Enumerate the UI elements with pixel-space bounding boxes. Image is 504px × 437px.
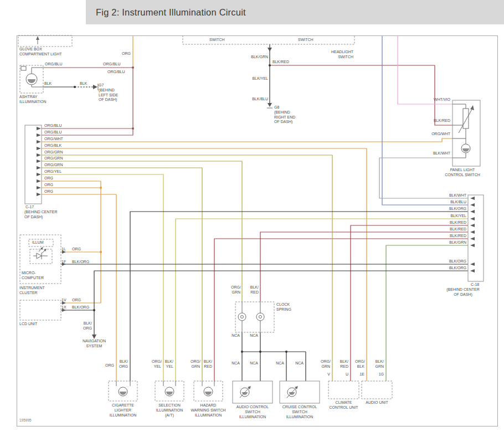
blk-blu-wire <box>382 36 468 205</box>
cigarette-outline <box>109 381 137 401</box>
c17-id-label: C-17 <box>25 205 34 210</box>
navigation-system-label: NAVIGATION SYSTEM <box>79 339 110 349</box>
sheet-ref-number: 195995 <box>19 418 32 423</box>
micro-computer-label: MICRO- COMPUTER <box>22 271 44 281</box>
audio-control-label: AUDIO CONTROL SWITCH ILLUMINATION <box>233 405 272 419</box>
wire-label-blk-blu-seg: BLK/BLU <box>248 97 268 102</box>
selection-label: SELECTION ILLUMINATION (A/T) <box>153 403 186 418</box>
blk-wht-wire <box>379 158 468 198</box>
wire-label-wht-vio: WHT/VIO <box>427 97 450 102</box>
c18-location-label: (BEHIND CENTER OF DASH) <box>441 287 485 297</box>
nca-label: NCA <box>295 361 304 366</box>
cruise-control-label: CRUISE CONTROL SWITCH ILLUMINATION <box>280 405 319 419</box>
glove-box-outline <box>18 35 72 47</box>
wire-label-clim-org-grn: ORG/ GRN <box>321 359 330 369</box>
wire-label-org-feed: ORG <box>122 52 131 56</box>
c18-outline <box>468 195 484 281</box>
wire-label-org-blu-2: ORG/BLU <box>103 62 121 67</box>
wire-label-blk-yel-seg: BLK/YEL <box>248 76 268 81</box>
audio-unit-pin-1g-label: 1G <box>377 372 384 377</box>
audio-control-outline <box>233 381 272 403</box>
wire-label-cig-org: ORG <box>105 363 114 368</box>
wire-label-lcd-org: ORG <box>72 298 81 303</box>
wire-label-blk-red-branch: BLK/RED <box>272 60 289 65</box>
c17-pin-label: ORG/BLU <box>44 124 62 128</box>
wht-vio-wire <box>398 36 452 104</box>
wire-label-ashtray-org-blu: ORG/BLU <box>45 62 63 67</box>
wire-label-au-org-blk: ORG/ BLK <box>355 359 364 369</box>
hazard-outline <box>194 381 223 401</box>
panel-light-switch-outline <box>452 100 480 166</box>
cluster-pin-1l-label: 1L <box>61 247 66 252</box>
yellow-wires <box>42 174 468 381</box>
clock-spring-outline <box>235 302 274 332</box>
coil-icons <box>238 302 264 332</box>
lcd-pin-1v-label: 1V <box>61 298 66 303</box>
headlight-section-right-label: SWITCH <box>298 38 313 43</box>
wiring-svg <box>0 0 504 437</box>
audio-unit-outline <box>362 381 392 399</box>
c18-pin-label: BLK/ORG <box>443 266 466 271</box>
selection-outline <box>155 381 184 401</box>
climate-label: CLIMATE CONTROL UNIT <box>326 400 362 410</box>
c18-pin-label: BLK/BLU <box>443 200 466 205</box>
c17-pin-label: ORG <box>44 183 53 188</box>
c17-pin-label: ORG/BLK <box>44 143 61 148</box>
wire-label-haz-blk-red: BLK/ RED <box>203 359 212 369</box>
wire-label-clock-org-grn: ORG/ GRN <box>231 285 240 295</box>
ground-g8-icon <box>267 103 272 108</box>
audio-control-lamp-icon <box>240 386 251 398</box>
c18-pin-label: BLK/YEL <box>443 214 466 219</box>
nav-arrow-icon <box>92 335 96 339</box>
wire-label-sel-org-yel: ORG/ YEL <box>152 359 161 369</box>
panel-light-switch-label: PANEL LIGHT CONTROL SWITCH <box>440 168 485 178</box>
c17-outline <box>25 125 42 204</box>
c17-pin-label: ORG/GRN <box>44 150 63 155</box>
panel-lamp-icon <box>452 144 470 158</box>
headlight-switch-outline <box>183 35 354 44</box>
headlight-switch-label: HEADLIGHT SWITCH <box>321 50 353 60</box>
climate-pin-v-label: V <box>326 372 330 377</box>
c17-location-label: (BEHIND CENTER OF DASH) <box>24 210 58 220</box>
wire-label-org-blu-3: ORG/BLU <box>107 70 125 75</box>
down-arrow-icon <box>268 48 272 52</box>
audio-unit-pin-1e-label: 1E <box>358 372 364 377</box>
ground-g7-icon <box>93 84 98 90</box>
junction-dots <box>74 64 287 353</box>
rheostat-icon <box>452 104 474 144</box>
wire-label-au-blk-grn: BLK/ GRN <box>374 359 384 369</box>
nca-label: NCA <box>275 361 284 366</box>
lamp-icon <box>21 66 43 87</box>
wire-label-clim-blk-red: BLK/ RED <box>339 359 348 369</box>
c17-pin-label: ORG/WHT <box>44 137 63 142</box>
cruise-control-lamp-icon <box>287 386 298 398</box>
wire-label-clock-blk-red: BLK/ RED <box>249 285 259 295</box>
cluster-pin-1f-label: 1F <box>61 260 66 265</box>
c17-pin-label: ORG/YEL <box>44 169 61 174</box>
cruise-control-outline <box>280 381 320 403</box>
ashtray-label: ASHTRAY ILLUMINATION <box>19 95 47 105</box>
audio-unit-label: AUDIO UNIT <box>359 400 395 405</box>
ground-g7-label: G7 (BEHIND LEFT SIDE OF DASH) <box>99 83 118 102</box>
nca-label: NCA <box>249 333 258 338</box>
c17-pin-label: ORG <box>44 189 53 194</box>
c18-id-label: C-18 <box>471 282 479 287</box>
nca-label: NCA <box>231 361 240 366</box>
climate-pin-u-label: U <box>344 372 348 377</box>
lcd-outline <box>20 300 61 320</box>
cigarette-lamp-icon <box>116 381 130 396</box>
wire-label-sel-blk-yel: BLK/ YEL <box>164 359 173 369</box>
c18-pin-label: BLK/WHT <box>443 193 466 198</box>
c18-pin-label: BLK/GRN <box>443 240 466 245</box>
c18-pin-label: BLK/ORG <box>443 207 466 212</box>
c17-pin-label: ORG/GRN <box>44 156 63 161</box>
instrument-cluster-label: INSTRUMENT CLUSTER <box>19 286 45 296</box>
lcd-pin-1x-label: 1X <box>61 305 66 310</box>
wire-label-g7-blk: BLK <box>80 81 87 86</box>
glove-box-label: GLOVE BOX COMPARTMENT LIGHT <box>19 47 62 57</box>
hazard-label: HAZARD WARNING SWITCH ILLUMINATION <box>188 403 229 418</box>
up-arrow-icon <box>36 36 39 44</box>
wire-label-cluster-blk-org: BLK/ORG <box>72 260 89 265</box>
climate-outline <box>328 381 359 399</box>
c18-pin-label: BLK/RED <box>443 234 466 239</box>
